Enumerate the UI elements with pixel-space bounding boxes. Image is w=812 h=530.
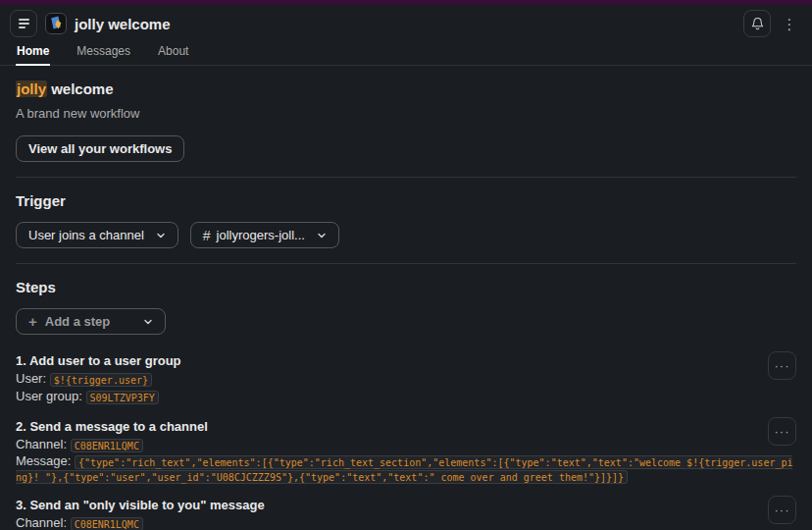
chevron-down-icon — [143, 317, 153, 327]
field-value-code: C08ENR1LQMC — [71, 517, 143, 530]
step-field-message: Message: {"type":"rich_text","elements":… — [16, 454, 796, 484]
step-field-channel: Channel: C08ENR1LQMC — [16, 437, 751, 453]
tab-home[interactable]: Home — [16, 44, 50, 66]
field-value-code: S09LTZVP3FY — [86, 391, 159, 404]
step-3-send-ephemeral-message: ··· 3. Send an "only visible to you" mes… — [16, 498, 796, 530]
add-step-dropdown[interactable]: + Add a step — [16, 308, 166, 335]
trigger-channel-dropdown[interactable]: # jollyrogers-joll... — [190, 222, 339, 248]
page-title: jolly welcome — [16, 80, 796, 97]
steps-list: ··· 1. Add user to a user group User: $!… — [16, 353, 796, 530]
step-field-user: User: $!{trigger.user} — [16, 371, 751, 388]
step-field-usergroup: User group: S09LTZVP3FY — [16, 389, 751, 405]
trigger-channel-label: jollyrogers-joll... — [217, 228, 305, 242]
step-options-button[interactable]: ··· — [768, 351, 796, 380]
step-options-button[interactable]: ··· — [768, 417, 796, 446]
add-step-label: Add a step — [45, 314, 110, 329]
field-value-code: {"type":"rich_text","elements":[{"type":… — [16, 455, 792, 484]
field-value-code: $!{trigger.user} — [50, 373, 152, 387]
field-label: Channel: — [16, 437, 67, 451]
step-1-add-user-to-group: ··· 1. Add user to a user group User: $!… — [16, 353, 796, 405]
view-all-workflows-button[interactable]: View all your workflows — [16, 135, 184, 162]
steps-heading: Steps — [16, 279, 796, 295]
field-label: Message: — [16, 453, 71, 468]
workflow-list-button[interactable] — [10, 10, 37, 37]
step-field-channel: Channel: C08ENR1LQMC — [16, 515, 751, 530]
step-options-button[interactable]: ··· — [768, 496, 796, 524]
notifications-button[interactable] — [743, 10, 771, 37]
bell-icon — [750, 17, 765, 31]
chevron-down-icon — [317, 231, 327, 240]
app-title: jolly welcome — [75, 16, 171, 32]
hash-icon: # — [203, 228, 211, 243]
chevron-down-icon — [156, 231, 166, 240]
divider — [16, 177, 796, 178]
tab-messages[interactable]: Messages — [76, 44, 131, 66]
list-icon — [19, 19, 29, 28]
step-title: 2. Send a message to a channel — [16, 419, 751, 434]
step-2-send-channel-message: ··· 2. Send a message to a channel Chann… — [16, 419, 796, 484]
more-options-button[interactable]: ⋮ — [779, 11, 800, 36]
app-topbar: jolly welcome ⋮ — [0, 5, 812, 42]
workflow-name-rest: welcome — [51, 80, 113, 97]
step-title: 3. Send an "only visible to you" message — [16, 498, 751, 512]
field-label: Channel: — [16, 515, 67, 530]
trigger-controls: User joins a channel # jollyrogers-joll.… — [16, 222, 796, 248]
plus-icon: + — [28, 314, 37, 329]
tab-about[interactable]: About — [157, 44, 189, 66]
tabbar: Home Messages About — [0, 42, 812, 66]
kebab-menu-icon: ⋮ — [783, 16, 797, 32]
step-title: 1. Add user to a user group — [16, 353, 751, 368]
field-label: User: — [16, 371, 46, 386]
field-value-code: C08ENR1LQMC — [71, 439, 143, 452]
workflow-name-highlight: jolly — [16, 80, 47, 97]
field-label: User group: — [16, 389, 82, 403]
workflow-description: A brand new workflow — [16, 106, 796, 121]
trigger-heading: Trigger — [16, 192, 796, 209]
trigger-event-dropdown[interactable]: User joins a channel — [16, 222, 178, 248]
workflow-home-content: jolly welcome A brand new workflow View … — [0, 66, 812, 530]
workflow-app-icon — [45, 13, 67, 34]
divider — [16, 263, 796, 264]
trigger-event-label: User joins a channel — [28, 228, 144, 242]
